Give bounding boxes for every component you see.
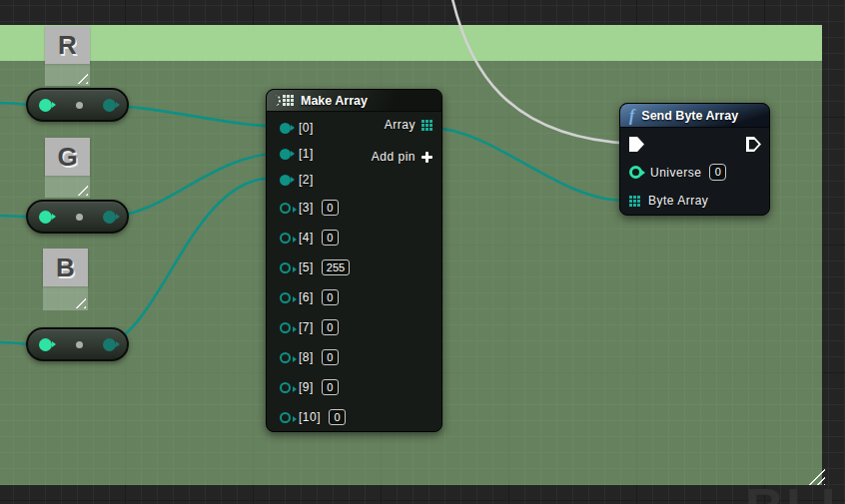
array-element-pin-6[interactable] bbox=[280, 292, 291, 303]
add-pin-row: Add pin bbox=[372, 144, 432, 170]
pin-row-6: [6] 0 bbox=[267, 282, 441, 312]
capsule-g-center-dot bbox=[76, 214, 83, 221]
reroute-capsule-r[interactable] bbox=[26, 88, 129, 122]
wire-exec[interactable] bbox=[450, 0, 632, 144]
array-element-pin-9[interactable] bbox=[280, 382, 291, 393]
make-array-header[interactable]: Make Array bbox=[267, 90, 441, 112]
universe-row: Universe 0 bbox=[629, 164, 726, 181]
array-element-pin-10[interactable] bbox=[280, 412, 291, 423]
pin-value-input[interactable]: 0 bbox=[322, 379, 339, 395]
wire-g-to-element1[interactable] bbox=[106, 153, 287, 218]
add-pin-label: Add pin bbox=[372, 150, 416, 164]
array-element-pin-3[interactable] bbox=[280, 203, 291, 214]
make-array-icon bbox=[275, 95, 294, 106]
add-pin-button[interactable] bbox=[422, 152, 432, 163]
send-byte-array-title: Send Byte Array bbox=[641, 109, 738, 123]
wire-b-to-element2[interactable] bbox=[106, 178, 287, 345]
capsule-r-input-pin[interactable] bbox=[39, 99, 52, 112]
array-element-pin-5[interactable] bbox=[280, 262, 291, 273]
make-array-node[interactable]: Make Array [0] [1] [2] [3] 0 [4] bbox=[266, 89, 442, 432]
capsule-r-center-dot bbox=[76, 102, 83, 109]
pin-label: [9] bbox=[299, 380, 314, 394]
capsule-b-center-dot bbox=[76, 341, 83, 348]
pin-label: [8] bbox=[299, 350, 314, 364]
pin-row-4: [4] 0 bbox=[267, 223, 441, 252]
pin-row-2: [2] bbox=[267, 167, 441, 193]
pin-row-8: [8] 0 bbox=[267, 342, 441, 372]
array-output-row: Array bbox=[385, 112, 432, 138]
pin-row-5: [5] 255 bbox=[267, 252, 441, 282]
pin-value-input[interactable]: 0 bbox=[322, 349, 339, 365]
array-element-pin-8[interactable] bbox=[280, 352, 291, 363]
array-output-pin[interactable] bbox=[422, 120, 432, 131]
pin-value-input[interactable]: 0 bbox=[322, 319, 339, 335]
byte-array-label: Byte Array bbox=[648, 194, 708, 208]
byte-array-row: Byte Array bbox=[629, 194, 708, 208]
pin-label: [3] bbox=[299, 201, 314, 215]
reroute-capsule-b[interactable] bbox=[26, 327, 129, 361]
pin-row-10: [10] 0 bbox=[267, 402, 441, 432]
pin-value-input[interactable]: 0 bbox=[322, 289, 339, 305]
array-element-pin-1[interactable] bbox=[280, 149, 291, 160]
universe-pin[interactable] bbox=[629, 166, 642, 179]
pin-label: [2] bbox=[299, 173, 314, 187]
send-byte-array-node[interactable]: f Send Byte Array Universe 0 Byte Array bbox=[619, 103, 770, 216]
capsule-r-output-pin[interactable] bbox=[103, 99, 116, 112]
capsule-b-input-pin[interactable] bbox=[39, 338, 52, 351]
pin-label: [4] bbox=[299, 231, 314, 245]
capsule-g-output-pin[interactable] bbox=[103, 211, 116, 224]
byte-array-pin[interactable] bbox=[629, 196, 640, 207]
make-array-title: Make Array bbox=[301, 94, 368, 108]
pin-label: [5] bbox=[299, 260, 314, 274]
pin-label: [10] bbox=[299, 410, 321, 424]
array-output-label: Array bbox=[385, 118, 416, 132]
pin-label: [6] bbox=[299, 290, 314, 304]
pin-label: [7] bbox=[299, 320, 314, 334]
array-element-pin-2[interactable] bbox=[280, 175, 291, 186]
function-icon: f bbox=[629, 108, 634, 124]
universe-value-input[interactable]: 0 bbox=[709, 164, 726, 181]
pin-label: [0] bbox=[299, 121, 314, 135]
array-element-pin-4[interactable] bbox=[280, 233, 291, 244]
capsule-b-output-pin[interactable] bbox=[103, 338, 116, 351]
graph-canvas[interactable]: BLU R G B bbox=[0, 0, 845, 504]
array-element-pin-0[interactable] bbox=[280, 123, 291, 134]
pin-value-input[interactable]: 0 bbox=[322, 200, 339, 216]
send-byte-array-header[interactable]: f Send Byte Array bbox=[620, 104, 769, 128]
pin-label: [1] bbox=[299, 147, 314, 161]
pin-value-input[interactable]: 0 bbox=[322, 230, 339, 246]
array-element-pin-7[interactable] bbox=[280, 322, 291, 333]
pin-value-input[interactable]: 0 bbox=[329, 409, 346, 425]
pin-row-9: [9] 0 bbox=[267, 372, 441, 402]
wire-r-to-element0[interactable] bbox=[106, 106, 287, 127]
exec-in-pin[interactable] bbox=[629, 137, 644, 152]
pin-row-7: [7] 0 bbox=[267, 312, 441, 342]
pin-row-3: [3] 0 bbox=[267, 193, 441, 223]
capsule-g-input-pin[interactable] bbox=[39, 211, 52, 224]
reroute-capsule-g[interactable] bbox=[26, 200, 129, 234]
exec-out-pin[interactable] bbox=[746, 137, 761, 152]
pin-value-input[interactable]: 255 bbox=[322, 259, 350, 275]
universe-label: Universe bbox=[650, 166, 701, 180]
